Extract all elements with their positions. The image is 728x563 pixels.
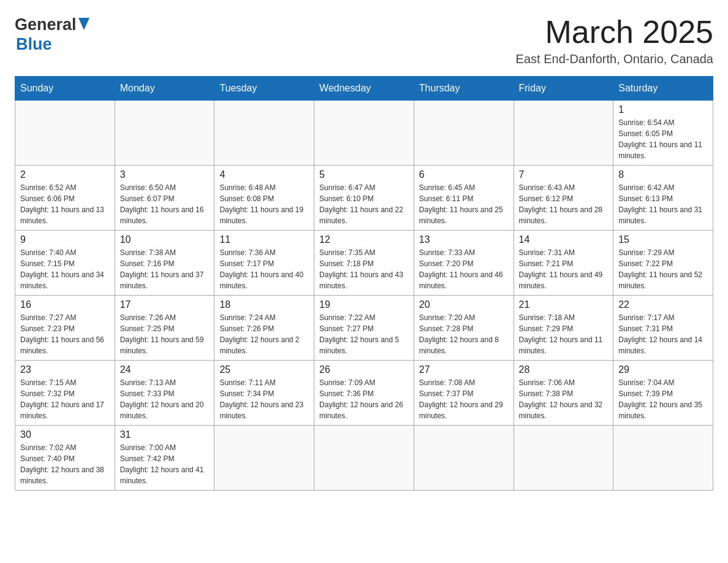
day-info: Sunrise: 7:20 AMSunset: 7:28 PMDaylight:… — [419, 312, 509, 356]
day-number: 6 — [419, 169, 509, 180]
day-number: 25 — [219, 364, 309, 375]
table-row: 25Sunrise: 7:11 AMSunset: 7:34 PMDayligh… — [214, 361, 314, 426]
table-row: 19Sunrise: 7:22 AMSunset: 7:27 PMDayligh… — [314, 296, 414, 361]
day-info: Sunrise: 7:09 AMSunset: 7:36 PMDaylight:… — [319, 377, 409, 421]
table-row — [414, 101, 514, 166]
calendar-week-row: 1Sunrise: 6:54 AMSunset: 6:05 PMDaylight… — [15, 101, 713, 166]
day-info: Sunrise: 7:06 AMSunset: 7:38 PMDaylight:… — [519, 377, 609, 421]
day-info: Sunrise: 6:52 AMSunset: 6:06 PMDaylight:… — [20, 182, 110, 226]
table-row: 11Sunrise: 7:36 AMSunset: 7:17 PMDayligh… — [214, 231, 314, 296]
table-row — [314, 101, 414, 166]
month-title: March 2025 — [516, 15, 713, 50]
day-number: 2 — [20, 169, 110, 180]
calendar-header-row: Sunday Monday Tuesday Wednesday Thursday… — [15, 77, 713, 101]
day-info: Sunrise: 7:29 AMSunset: 7:22 PMDaylight:… — [618, 247, 708, 291]
logo-general-text: General — [15, 15, 77, 34]
table-row — [414, 426, 514, 491]
table-row: 1Sunrise: 6:54 AMSunset: 6:05 PMDaylight… — [613, 101, 713, 166]
day-info: Sunrise: 7:00 AMSunset: 7:42 PMDaylight:… — [120, 442, 210, 486]
table-row — [314, 426, 414, 491]
calendar-table: Sunday Monday Tuesday Wednesday Thursday… — [15, 76, 713, 491]
table-row — [214, 426, 314, 491]
table-row: 5Sunrise: 6:47 AMSunset: 6:10 PMDaylight… — [314, 166, 414, 231]
day-info: Sunrise: 6:54 AMSunset: 6:05 PMDaylight:… — [618, 117, 708, 161]
day-info: Sunrise: 7:17 AMSunset: 7:31 PMDaylight:… — [618, 312, 708, 356]
day-number: 20 — [419, 299, 509, 310]
day-number: 12 — [319, 234, 409, 245]
day-number: 14 — [519, 234, 609, 245]
table-row: 2Sunrise: 6:52 AMSunset: 6:06 PMDaylight… — [15, 166, 115, 231]
table-row — [115, 101, 214, 166]
table-row: 12Sunrise: 7:35 AMSunset: 7:18 PMDayligh… — [314, 231, 414, 296]
page-header: General Blue March 2025 East End-Danfort… — [15, 15, 713, 66]
day-number: 5 — [319, 169, 409, 180]
day-number: 24 — [120, 364, 210, 375]
table-row: 4Sunrise: 6:48 AMSunset: 6:08 PMDaylight… — [214, 166, 314, 231]
location: East End-Danforth, Ontario, Canada — [516, 52, 713, 66]
day-number: 16 — [20, 299, 110, 310]
table-row — [514, 101, 613, 166]
day-number: 4 — [219, 169, 309, 180]
day-number: 10 — [120, 234, 210, 245]
table-row: 9Sunrise: 7:40 AMSunset: 7:15 PMDaylight… — [15, 231, 115, 296]
svg-marker-0 — [78, 18, 89, 30]
day-number: 3 — [120, 169, 210, 180]
day-info: Sunrise: 6:50 AMSunset: 6:07 PMDaylight:… — [120, 182, 210, 226]
day-info: Sunrise: 7:33 AMSunset: 7:20 PMDaylight:… — [419, 247, 509, 291]
day-number: 13 — [419, 234, 509, 245]
day-info: Sunrise: 7:36 AMSunset: 7:17 PMDaylight:… — [219, 247, 309, 291]
table-row: 8Sunrise: 6:42 AMSunset: 6:13 PMDaylight… — [613, 166, 713, 231]
day-info: Sunrise: 7:27 AMSunset: 7:23 PMDaylight:… — [20, 312, 110, 356]
day-number: 15 — [618, 234, 708, 245]
table-row: 18Sunrise: 7:24 AMSunset: 7:26 PMDayligh… — [214, 296, 314, 361]
col-sunday: Sunday — [15, 77, 115, 101]
calendar-week-row: 23Sunrise: 7:15 AMSunset: 7:32 PMDayligh… — [15, 361, 713, 426]
day-info: Sunrise: 6:43 AMSunset: 6:12 PMDaylight:… — [519, 182, 609, 226]
day-info: Sunrise: 7:04 AMSunset: 7:39 PMDaylight:… — [618, 377, 708, 421]
table-row: 17Sunrise: 7:26 AMSunset: 7:25 PMDayligh… — [115, 296, 214, 361]
day-info: Sunrise: 7:35 AMSunset: 7:18 PMDaylight:… — [319, 247, 409, 291]
col-thursday: Thursday — [414, 77, 514, 101]
day-number: 27 — [419, 364, 509, 375]
table-row: 16Sunrise: 7:27 AMSunset: 7:23 PMDayligh… — [15, 296, 115, 361]
day-number: 11 — [219, 234, 309, 245]
day-info: Sunrise: 7:26 AMSunset: 7:25 PMDaylight:… — [120, 312, 210, 356]
day-number: 28 — [519, 364, 609, 375]
calendar-week-row: 16Sunrise: 7:27 AMSunset: 7:23 PMDayligh… — [15, 296, 713, 361]
calendar-week-row: 2Sunrise: 6:52 AMSunset: 6:06 PMDaylight… — [15, 166, 713, 231]
day-info: Sunrise: 7:18 AMSunset: 7:29 PMDaylight:… — [519, 312, 609, 356]
day-number: 1 — [618, 104, 708, 115]
table-row: 13Sunrise: 7:33 AMSunset: 7:20 PMDayligh… — [414, 231, 514, 296]
logo-blue-text: Blue — [16, 35, 52, 53]
table-row — [214, 101, 314, 166]
table-row: 28Sunrise: 7:06 AMSunset: 7:38 PMDayligh… — [514, 361, 613, 426]
day-info: Sunrise: 7:08 AMSunset: 7:37 PMDaylight:… — [419, 377, 509, 421]
table-row: 26Sunrise: 7:09 AMSunset: 7:36 PMDayligh… — [314, 361, 414, 426]
day-info: Sunrise: 7:24 AMSunset: 7:26 PMDaylight:… — [219, 312, 309, 356]
table-row: 31Sunrise: 7:00 AMSunset: 7:42 PMDayligh… — [115, 426, 214, 491]
logo-arrow-icon — [78, 18, 89, 33]
calendar-week-row: 30Sunrise: 7:02 AMSunset: 7:40 PMDayligh… — [15, 426, 713, 491]
table-row: 30Sunrise: 7:02 AMSunset: 7:40 PMDayligh… — [15, 426, 115, 491]
table-row: 7Sunrise: 6:43 AMSunset: 6:12 PMDaylight… — [514, 166, 613, 231]
day-number: 22 — [618, 299, 708, 310]
day-info: Sunrise: 7:13 AMSunset: 7:33 PMDaylight:… — [120, 377, 210, 421]
table-row: 29Sunrise: 7:04 AMSunset: 7:39 PMDayligh… — [613, 361, 713, 426]
day-info: Sunrise: 6:42 AMSunset: 6:13 PMDaylight:… — [618, 182, 708, 226]
day-info: Sunrise: 7:40 AMSunset: 7:15 PMDaylight:… — [20, 247, 110, 291]
day-number: 17 — [120, 299, 210, 310]
day-number: 19 — [319, 299, 409, 310]
day-info: Sunrise: 7:38 AMSunset: 7:16 PMDaylight:… — [120, 247, 210, 291]
day-number: 26 — [319, 364, 409, 375]
table-row — [514, 426, 613, 491]
day-number: 29 — [618, 364, 708, 375]
header-right: March 2025 East End-Danforth, Ontario, C… — [516, 15, 713, 66]
table-row: 20Sunrise: 7:20 AMSunset: 7:28 PMDayligh… — [414, 296, 514, 361]
day-number: 23 — [20, 364, 110, 375]
table-row: 22Sunrise: 7:17 AMSunset: 7:31 PMDayligh… — [613, 296, 713, 361]
table-row: 14Sunrise: 7:31 AMSunset: 7:21 PMDayligh… — [514, 231, 613, 296]
day-info: Sunrise: 6:45 AMSunset: 6:11 PMDaylight:… — [419, 182, 509, 226]
day-number: 31 — [120, 429, 210, 440]
day-number: 18 — [219, 299, 309, 310]
table-row — [15, 101, 115, 166]
